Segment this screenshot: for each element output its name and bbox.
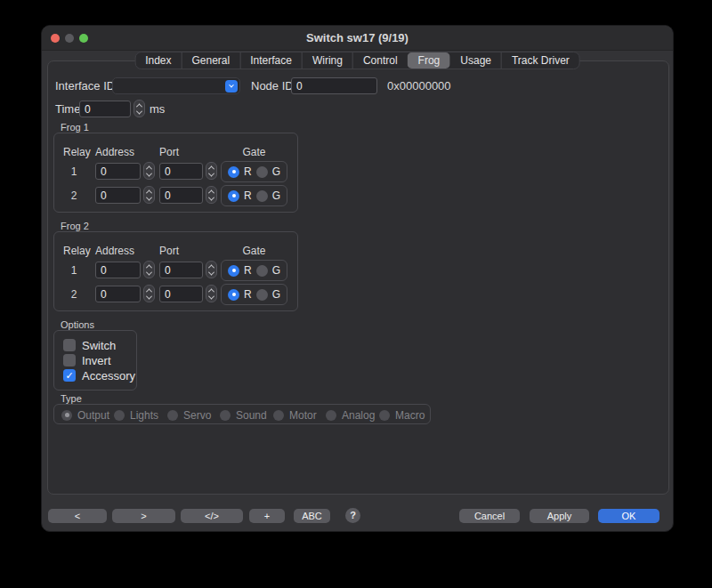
frog2-row1-address-input[interactable] bbox=[95, 262, 141, 278]
title-bar: Switch sw17 (9/19) bbox=[42, 26, 673, 51]
combobox-dropdown-button[interactable] bbox=[225, 80, 238, 93]
ok-button[interactable]: OK bbox=[598, 509, 659, 523]
frog2-row1-gate-group: R G bbox=[221, 260, 287, 281]
stepper-down-icon bbox=[146, 293, 152, 299]
frog1-group-box: Relay Address Port Gate 1 R G 2 R bbox=[53, 133, 298, 213]
frog2-row2-port-stepper[interactable] bbox=[206, 285, 217, 302]
stepper-down-icon bbox=[146, 170, 152, 176]
frog1-col-port: Port bbox=[159, 146, 179, 158]
prev-button[interactable]: < bbox=[48, 509, 107, 523]
tab-general[interactable]: General bbox=[181, 52, 239, 68]
frog1-row2-address-input[interactable] bbox=[95, 187, 141, 204]
frog2-col-port: Port bbox=[159, 245, 179, 257]
type-servo-label: Servo bbox=[183, 409, 211, 422]
next-button[interactable]: > bbox=[112, 509, 175, 523]
tab-frog[interactable]: Frog bbox=[408, 52, 450, 68]
stepper-down-icon bbox=[208, 269, 214, 275]
frog2-row2-gate-g-radio[interactable] bbox=[256, 289, 268, 301]
add-button[interactable]: + bbox=[249, 509, 285, 523]
accessory-checkbox[interactable] bbox=[63, 369, 76, 382]
node-id-input[interactable] bbox=[291, 77, 377, 94]
timer-stepper[interactable] bbox=[134, 100, 145, 117]
frog1-row1-gate-r-radio[interactable] bbox=[228, 166, 239, 178]
frog1-row1-address-stepper[interactable] bbox=[143, 162, 155, 180]
frog2-row2-address-stepper[interactable] bbox=[143, 285, 155, 302]
type-sound-radio bbox=[220, 410, 231, 421]
frog2-row1-port-stepper[interactable] bbox=[206, 261, 217, 278]
frog2-col-address: Address bbox=[95, 245, 134, 257]
type-macro-label: Macro bbox=[395, 409, 425, 422]
frog1-row1-gate-g-radio[interactable] bbox=[256, 166, 268, 178]
type-lights-label: Lights bbox=[130, 409, 158, 422]
type-group-box: Output Lights Servo Sound Motor Analog M… bbox=[53, 404, 431, 424]
frog1-row2-port-input[interactable] bbox=[159, 187, 203, 204]
frog2-row1-relay: 1 bbox=[63, 264, 85, 277]
type-analog-label: Analog bbox=[342, 409, 375, 422]
tab-interface[interactable]: Interface bbox=[239, 52, 302, 68]
code-button[interactable]: </> bbox=[181, 509, 243, 523]
frog1-row2-port-stepper[interactable] bbox=[206, 186, 217, 204]
frog1-col-relay: Relay bbox=[63, 146, 91, 158]
frog2-row2-address-input[interactable] bbox=[95, 286, 141, 302]
frog1-row1-relay: 1 bbox=[63, 165, 85, 178]
type-servo-radio bbox=[167, 410, 178, 421]
invert-checkbox[interactable] bbox=[63, 354, 76, 366]
frog1-row1-port-stepper[interactable] bbox=[206, 162, 217, 180]
timer-unit-label: ms bbox=[150, 101, 165, 117]
abc-button[interactable]: ABC bbox=[294, 509, 330, 523]
invert-checkbox-label: Invert bbox=[82, 354, 111, 367]
stepper-down-icon bbox=[136, 108, 142, 114]
frog2-row2-gate-r-radio[interactable] bbox=[228, 289, 239, 301]
type-motor-label: Motor bbox=[289, 409, 317, 422]
frog2-col-relay: Relay bbox=[63, 245, 91, 257]
frog1-row2-gate-group: R G bbox=[221, 185, 287, 206]
frog1-col-gate: Gate bbox=[221, 146, 287, 158]
gate-g-label: G bbox=[272, 288, 280, 301]
stepper-down-icon bbox=[208, 170, 214, 176]
apply-button[interactable]: Apply bbox=[530, 509, 589, 523]
chevron-down-icon bbox=[229, 83, 234, 88]
gate-g-label: G bbox=[272, 165, 280, 178]
type-motor-radio bbox=[273, 410, 284, 421]
node-id-hex-value: 0x00000000 bbox=[387, 77, 451, 94]
switch-checkbox[interactable] bbox=[63, 339, 76, 351]
frog2-row1-gate-g-radio[interactable] bbox=[256, 265, 268, 277]
frog1-group-label: Frog 1 bbox=[61, 122, 89, 133]
frog1-row1-address-input[interactable] bbox=[95, 163, 141, 180]
tab-index[interactable]: Index bbox=[135, 52, 181, 68]
frog2-row1-port-input[interactable] bbox=[159, 262, 203, 278]
gate-r-label: R bbox=[244, 288, 252, 301]
frog2-row1-gate-r-radio[interactable] bbox=[228, 265, 239, 277]
frog1-row2-gate-r-radio[interactable] bbox=[228, 190, 239, 202]
interface-id-label: Interface ID bbox=[55, 77, 115, 94]
frog1-row2-address-stepper[interactable] bbox=[143, 186, 155, 204]
cancel-button[interactable]: Cancel bbox=[459, 509, 520, 523]
help-button[interactable]: ? bbox=[345, 508, 360, 523]
frog2-row2-relay: 2 bbox=[63, 288, 85, 301]
stepper-down-icon bbox=[208, 293, 214, 299]
window-title: Switch sw17 (9/19) bbox=[42, 26, 673, 51]
frog1-row1-gate-group: R G bbox=[221, 161, 287, 182]
stepper-down-icon bbox=[146, 194, 152, 200]
tab-usage[interactable]: Usage bbox=[449, 52, 501, 68]
tab-track-driver[interactable]: Track Driver bbox=[501, 52, 579, 68]
gate-g-label: G bbox=[272, 264, 280, 277]
frog1-row2-gate-g-radio[interactable] bbox=[256, 190, 268, 202]
gate-r-label: R bbox=[244, 189, 252, 202]
type-output-radio bbox=[61, 410, 72, 421]
dialog-window: Switch sw17 (9/19) Index General Interfa… bbox=[41, 25, 674, 532]
frog-tab-panel: Interface ID Node ID 0x00000000 Timer ms… bbox=[47, 60, 669, 495]
tab-control[interactable]: Control bbox=[352, 52, 408, 68]
tab-wiring[interactable]: Wiring bbox=[302, 52, 352, 68]
gate-r-label: R bbox=[244, 165, 252, 178]
frog2-row2-gate-group: R G bbox=[221, 284, 287, 305]
interface-id-combobox[interactable] bbox=[112, 77, 240, 94]
frog2-row2-port-input[interactable] bbox=[159, 286, 203, 302]
type-group-label: Type bbox=[61, 393, 82, 404]
timer-input[interactable] bbox=[79, 101, 131, 117]
frog2-row1-address-stepper[interactable] bbox=[143, 261, 155, 278]
stepper-down-icon bbox=[208, 194, 214, 200]
frog1-row1-port-input[interactable] bbox=[159, 163, 203, 180]
type-sound-label: Sound bbox=[236, 409, 267, 422]
frog2-group-label: Frog 2 bbox=[61, 221, 89, 231]
